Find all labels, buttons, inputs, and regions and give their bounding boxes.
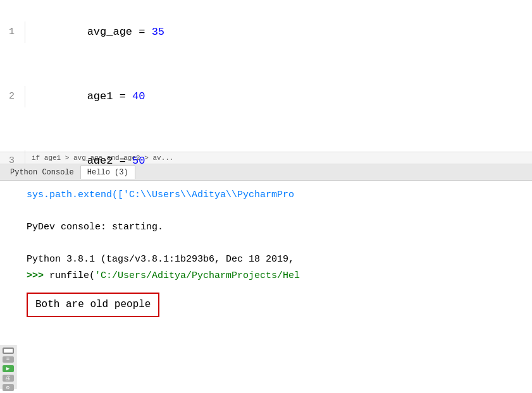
assign-2: = bbox=[113, 90, 132, 102]
console-line-runfile: >>> runfile('C:/Users/Aditya/PycharmProj… bbox=[27, 268, 523, 284]
runfile-text: runfile( bbox=[49, 270, 95, 281]
console-line-python-ver: Python 3.8.1 (tags/v3.8.1:1b293b6, Dec 1… bbox=[27, 251, 523, 268]
tab-python-console[interactable]: Python Console bbox=[4, 166, 80, 179]
line-number-1: 1 bbox=[0, 21, 25, 43]
editor-area: 1 avg_age = 35 2 age1 = 40 3 age2 = 50 4 bbox=[0, 0, 532, 152]
line-content-1[interactable]: avg_age = 35 bbox=[25, 0, 164, 64]
output-box: Both are old people bbox=[27, 293, 159, 317]
code-line-2: 2 age1 = 40 bbox=[0, 64, 532, 129]
line-content-2[interactable]: age1 = 40 bbox=[25, 64, 145, 129]
console-line-blank2 bbox=[27, 236, 523, 252]
tab-hello[interactable]: Hello (3) bbox=[80, 166, 135, 179]
console-tabs: Python Console Hello (3) bbox=[0, 164, 532, 181]
line-number-2: 2 bbox=[0, 86, 25, 107]
val-40: 40 bbox=[132, 90, 145, 102]
val-35: 35 bbox=[152, 26, 164, 38]
console-line-1: sys.path.extend(['C:\\Users\\Aditya\\Pyc… bbox=[27, 187, 523, 203]
run-icon[interactable]: ▶ bbox=[3, 365, 14, 372]
list-icon[interactable]: ≡ bbox=[3, 356, 14, 363]
output-container: Both are old people bbox=[27, 289, 523, 317]
assign-1: = bbox=[132, 26, 152, 38]
console-line-blank1 bbox=[27, 203, 523, 220]
print-icon[interactable]: 🖨 bbox=[3, 375, 14, 382]
console-line-pydev: PyDev console: starting. bbox=[27, 219, 523, 236]
var-age1: age1 bbox=[87, 90, 113, 102]
console-content: sys.path.extend(['C:\\Users\\Aditya\\Pyc… bbox=[0, 181, 532, 389]
code-line-1: 1 avg_age = 35 bbox=[0, 0, 532, 64]
runfile-path: 'C:/Users/Aditya/PycharmProjects/Hel bbox=[95, 270, 300, 281]
settings-icon[interactable]: ⚙ bbox=[3, 384, 14, 391]
menu-icon[interactable] bbox=[3, 348, 14, 354]
var-avg-age: avg_age bbox=[87, 26, 132, 38]
prompt-symbol: >>> bbox=[27, 270, 49, 281]
console-toolbar: ≡ ▶ 🖨 ⚙ ∞ ⏹ + bbox=[0, 345, 16, 389]
console-body: ≡ ▶ 🖨 ⚙ ∞ ⏹ + sys.path.extend(['C:\\User… bbox=[0, 181, 532, 389]
sys-path-text: sys.path.extend(['C:\\Users\\Aditya\\Pyc… bbox=[27, 190, 294, 200]
